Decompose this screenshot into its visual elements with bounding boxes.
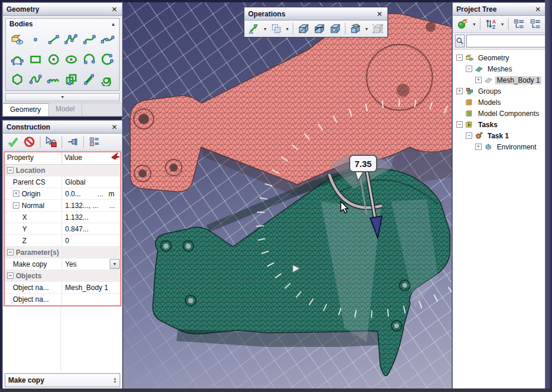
spline-icon[interactable] [99, 30, 117, 50]
property-row-object-na-[interactable]: Object na... [5, 294, 120, 305]
tree-search-combobox[interactable]: ⌄ [466, 35, 552, 47]
tree-item-tasks[interactable]: −Tasks [453, 119, 546, 130]
sort-az-icon[interactable]: AZ [483, 17, 499, 31]
curve-measure-icon[interactable] [8, 50, 26, 70]
construction-titlebar[interactable]: Construction ✕ [3, 121, 122, 134]
property-value[interactable]: 0 [65, 237, 120, 245]
helix-icon[interactable] [26, 69, 45, 89]
property-value[interactable]: 0.847... [65, 225, 120, 233]
prop-list-icon[interactable] [87, 135, 102, 149]
tree-item-environment[interactable]: +Environment [453, 141, 546, 152]
tree-item-model-components[interactable]: Model Components [453, 108, 546, 119]
spring-icon[interactable] [45, 69, 63, 89]
import-surface-icon[interactable] [8, 30, 26, 50]
expander-icon[interactable]: − [466, 66, 472, 72]
collapse-group-icon[interactable]: ▲ [111, 22, 116, 27]
expander-icon[interactable]: + [13, 190, 19, 197]
property-value[interactable]: Global [65, 178, 120, 186]
operations-titlebar[interactable]: Operations ✕ [245, 8, 387, 21]
rectangle-icon[interactable] [26, 50, 45, 70]
tree-item-models[interactable]: Models [453, 97, 546, 108]
property-row-y[interactable]: Y0.847... [5, 223, 120, 235]
tab-model[interactable]: Model [49, 103, 83, 116]
boolean-merge-icon[interactable] [312, 22, 327, 36]
apply-check-icon[interactable] [5, 135, 21, 149]
status-spinner[interactable]: ▲▼ [113, 377, 117, 384]
section-row-parameter-s-[interactable]: −Parameter(s) [5, 247, 120, 258]
open-box-icon[interactable] [348, 22, 363, 36]
collapse-all-icon[interactable] [528, 17, 543, 31]
3d-viewport[interactable]: 7.35 Operations ✕ ▼▼▼ [121, 2, 452, 388]
pattern-copy-dropdown-icon[interactable]: ▼ [285, 27, 290, 31]
tree-item-task-1[interactable]: −Task 1 [453, 130, 546, 141]
expand-all-icon[interactable] [512, 17, 527, 31]
spiral-icon[interactable] [99, 69, 117, 89]
property-row-origin[interactable]: +Origin0.0......m [5, 188, 120, 200]
section-row-location[interactable]: −Location [5, 165, 120, 176]
expander-icon[interactable]: − [7, 167, 13, 173]
ellipse-icon[interactable] [63, 50, 81, 70]
transform-dropdown-icon[interactable]: ▼ [263, 27, 268, 31]
screw-icon[interactable] [80, 69, 99, 89]
line-icon[interactable] [45, 30, 63, 50]
tab-geometry[interactable]: Geometry [3, 103, 49, 116]
ellipsis-button[interactable]: ... [92, 190, 109, 198]
property-row-z[interactable]: Z0 [5, 235, 120, 247]
close-icon[interactable]: ✕ [375, 10, 384, 18]
transform-icon[interactable] [247, 22, 262, 36]
tree-item-groups[interactable]: +Groups [453, 86, 546, 97]
tree-search-input[interactable] [467, 36, 552, 46]
property-value[interactable]: Mesh_Body 1 [65, 284, 120, 292]
polyline-icon[interactable] [63, 30, 81, 50]
pink-mesh-body[interactable] [130, 13, 452, 196]
section-row-objects[interactable]: −Objects [5, 270, 120, 282]
property-value[interactable]: 1.132... [65, 213, 120, 221]
expander-icon[interactable]: − [13, 202, 19, 209]
property-row-parent-cs[interactable]: Parent CSGlobal [5, 176, 120, 188]
ellipsis-button[interactable]: ... [104, 202, 120, 210]
expander-icon[interactable]: − [466, 132, 472, 139]
expander-icon[interactable]: − [456, 54, 463, 61]
property-row-object-na-[interactable]: Object na...Mesh_Body 1 [5, 282, 120, 294]
tree-item-meshes[interactable]: −Meshes [453, 63, 546, 74]
point-icon[interactable] [26, 30, 45, 50]
arc-icon[interactable] [80, 50, 99, 70]
show-filter-icon[interactable] [455, 17, 470, 31]
property-row-make-copy[interactable]: Make copyYes▼ [5, 258, 120, 270]
open-box-dropdown-icon[interactable]: ▼ [364, 27, 369, 31]
close-icon[interactable]: ✕ [110, 5, 118, 13]
close-icon[interactable]: ✕ [534, 5, 542, 13]
tree-item-geometry[interactable]: −Geometry [453, 52, 546, 63]
more-tools-strip[interactable]: ▼ [5, 93, 120, 101]
tree-item-mesh-body-1[interactable]: +Mesh_Body 1 [453, 74, 546, 86]
pin-icon[interactable] [65, 135, 80, 149]
expander-icon[interactable]: − [456, 121, 463, 128]
sort-az-dropdown-icon[interactable]: ▼ [500, 22, 505, 26]
property-row-x[interactable]: X1.132... [5, 212, 120, 223]
property-value[interactable]: 1.132..., ... [65, 202, 104, 210]
pick-arrow-icon[interactable] [111, 152, 120, 162]
make-copy-dropdown-icon[interactable]: ▼ [110, 259, 120, 269]
expander-icon[interactable]: + [475, 77, 482, 83]
boolean-cut-icon[interactable] [296, 22, 311, 36]
pick-lock-icon[interactable] [43, 135, 59, 149]
geometry-titlebar[interactable]: Geometry ✕ [3, 3, 122, 16]
close-icon[interactable]: ✕ [110, 123, 118, 131]
cancel-icon[interactable] [22, 135, 37, 149]
boolean-shell-icon[interactable] [327, 22, 342, 36]
polygon-icon[interactable] [8, 69, 26, 89]
expander-icon[interactable]: + [456, 88, 463, 94]
expander-icon[interactable]: + [475, 144, 482, 150]
expander-icon[interactable]: − [7, 249, 13, 255]
teal-mesh-body[interactable] [153, 162, 450, 376]
project-tree-titlebar[interactable]: Project Tree ✕ [453, 3, 546, 16]
search-icon[interactable] [455, 35, 465, 47]
solid-primitives-icon[interactable] [63, 69, 81, 89]
pattern-copy-icon[interactable] [269, 22, 284, 36]
property-row-normal[interactable]: −Normal1.132..., ...... [5, 200, 120, 212]
circle-icon[interactable] [45, 50, 63, 70]
show-filter-dropdown-icon[interactable]: ▼ [472, 22, 477, 26]
arc-closed-icon[interactable] [99, 50, 117, 70]
curve-icon[interactable] [80, 30, 99, 50]
expander-icon[interactable]: − [7, 272, 13, 279]
